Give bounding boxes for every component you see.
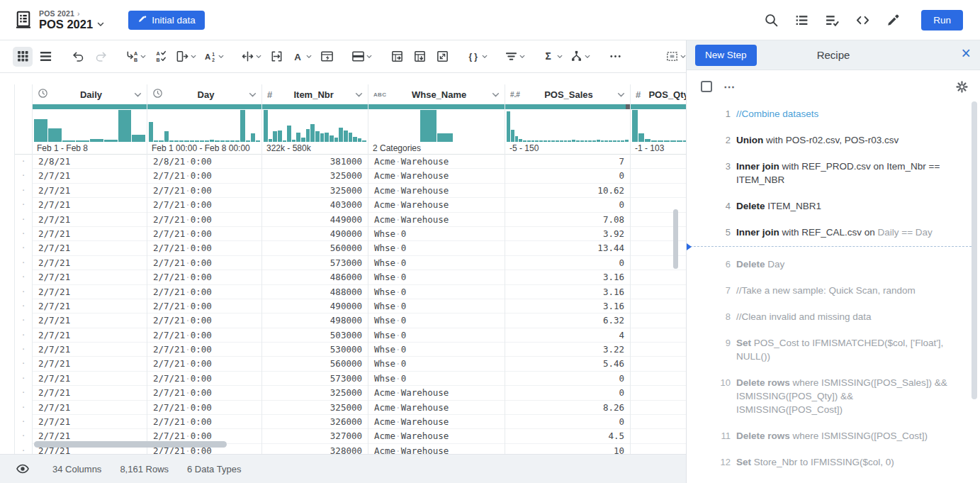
grid-cell[interactable]: 490000 bbox=[262, 227, 368, 241]
grid-cell[interactable]: 2/7/21·0:00 bbox=[147, 270, 261, 284]
grid-cell[interactable]: 2/7/21 bbox=[33, 372, 147, 386]
recipe-step-9[interactable]: 9Set POS_Cost to IFMISMATCHED($col, ['Fl… bbox=[715, 336, 955, 363]
grid-cell[interactable]: 2/7/21·0:00 bbox=[147, 372, 261, 386]
quality-bar[interactable] bbox=[147, 104, 261, 109]
toolbar-split-icon[interactable] bbox=[239, 47, 264, 67]
grid-cell[interactable]: 2/7/21 bbox=[33, 241, 147, 255]
row-handle[interactable]: · bbox=[15, 285, 32, 299]
column-header-POS_Qty[interactable]: #POS_Qty bbox=[631, 84, 686, 104]
toc-icon[interactable] bbox=[794, 12, 809, 28]
grid-cell[interactable] bbox=[631, 270, 686, 284]
grid-horizontal-scrollbar[interactable] bbox=[34, 441, 227, 448]
recipe-step-4[interactable]: 4Delete ITEM_NBR1 bbox=[715, 199, 955, 213]
histogram-Day[interactable] bbox=[147, 110, 261, 142]
grid-cell[interactable]: 3.92 bbox=[505, 227, 630, 241]
code-icon[interactable] bbox=[855, 12, 870, 28]
grid-cell[interactable]: 0 bbox=[505, 415, 630, 429]
grid-cell[interactable]: 2/7/21·0:00 bbox=[147, 415, 261, 429]
row-handle[interactable]: · bbox=[15, 415, 32, 429]
grid-cell[interactable]: 2/7/21·0:00 bbox=[147, 401, 261, 415]
grid-cell[interactable]: Acme·Warehouse bbox=[368, 198, 505, 212]
grid-cell[interactable]: 325000 bbox=[262, 401, 368, 415]
grid-cell[interactable]: 560000 bbox=[262, 357, 368, 371]
grid-cell[interactable]: 2/7/21·0:00 bbox=[147, 285, 261, 299]
grid-cell[interactable]: 560000 bbox=[262, 241, 368, 255]
grid-cell[interactable]: 2/7/21 bbox=[33, 256, 147, 270]
grid-cell[interactable]: 2/7/21·0:00 bbox=[147, 169, 261, 183]
search-icon[interactable] bbox=[763, 12, 779, 28]
recipe-step-2[interactable]: 2Union with POS-r02.csv, POS-r03.csv bbox=[715, 133, 955, 147]
grid-cell[interactable]: 0 bbox=[505, 256, 630, 270]
grid-cell[interactable]: 573000 bbox=[262, 372, 368, 386]
row-handle[interactable]: · bbox=[15, 227, 32, 241]
grid-cell[interactable]: 2/7/21 bbox=[33, 343, 147, 357]
grid-cell[interactable]: 2/7/21 bbox=[33, 227, 147, 241]
recipe-scrollbar[interactable] bbox=[971, 101, 977, 399]
row-handle[interactable]: · bbox=[15, 429, 32, 443]
chevron-down-icon[interactable] bbox=[134, 88, 142, 101]
grid-cell[interactable]: 5.46 bbox=[505, 357, 630, 371]
toolbar-join-icon[interactable] bbox=[568, 47, 592, 67]
grid-cell[interactable]: Acme·Warehouse bbox=[368, 213, 505, 227]
row-handle[interactable]: · bbox=[15, 299, 32, 313]
grid-cell[interactable]: 2/7/21 bbox=[33, 357, 147, 371]
toolbar-grid-view-icon[interactable] bbox=[13, 47, 33, 67]
grid-cell[interactable]: 2/7/21 bbox=[33, 270, 147, 284]
toolbar-format-text-icon[interactable]: A bbox=[289, 47, 314, 67]
grid-cell[interactable]: 2/7/21·0:00 bbox=[147, 299, 261, 313]
row-handle[interactable]: · bbox=[15, 213, 32, 227]
grid-cell[interactable]: 490000 bbox=[262, 299, 368, 313]
grid-cell[interactable]: Whse·0 bbox=[368, 328, 505, 343]
row-handle[interactable]: · bbox=[15, 444, 32, 454]
close-icon[interactable]: × bbox=[962, 44, 971, 63]
grid-cell[interactable]: Acme·Warehouse bbox=[368, 444, 505, 454]
grid-cell[interactable] bbox=[631, 372, 686, 386]
breadcrumb[interactable]: POS 2021› bbox=[39, 9, 104, 18]
quality-bar[interactable] bbox=[33, 104, 147, 109]
toolbar-undo-icon[interactable] bbox=[68, 47, 88, 67]
column-header-Item_Nbr[interactable]: #Item_Nbr bbox=[262, 84, 368, 104]
grid-cell[interactable]: Whse·0 bbox=[368, 313, 505, 328]
grid-cell[interactable] bbox=[631, 155, 686, 169]
row-handle[interactable]: · bbox=[15, 343, 32, 357]
grid-cell[interactable]: Acme·Warehouse bbox=[368, 169, 505, 183]
grid-cell[interactable]: 8.26 bbox=[505, 401, 630, 415]
toolbar-standardize-icon[interactable]: AB bbox=[151, 47, 171, 67]
grid-cell[interactable]: 449000 bbox=[262, 213, 368, 227]
grid-cell[interactable]: 0 bbox=[505, 198, 630, 212]
grid-vertical-scrollbar[interactable] bbox=[673, 209, 678, 269]
grid-cell[interactable]: 10 bbox=[505, 444, 630, 454]
toolbar-redo-icon[interactable] bbox=[91, 47, 111, 67]
toolbar-unpivot-icon[interactable] bbox=[387, 47, 407, 67]
toolbar-format-rows-icon[interactable] bbox=[349, 47, 374, 67]
grid-cell[interactable]: 0 bbox=[505, 372, 630, 386]
row-handle[interactable]: · bbox=[15, 256, 32, 270]
toolbar-lookup-icon[interactable]: AB bbox=[123, 47, 148, 67]
grid-cell[interactable]: 2/7/21 bbox=[33, 198, 147, 212]
row-handle[interactable]: · bbox=[15, 401, 32, 415]
grid-cell[interactable]: Whse·0 bbox=[368, 299, 505, 313]
grid-cell[interactable]: 2/7/21 bbox=[33, 401, 147, 415]
grid-cell[interactable]: 7 bbox=[505, 155, 630, 169]
toolbar-row-view-icon[interactable] bbox=[35, 47, 55, 67]
quality-bar[interactable] bbox=[631, 104, 686, 109]
grid-cell[interactable] bbox=[631, 328, 686, 343]
grid-cell[interactable]: Whse·0 bbox=[368, 372, 505, 386]
row-handle[interactable]: · bbox=[15, 270, 32, 284]
row-handle[interactable]: · bbox=[15, 386, 32, 400]
row-handle[interactable]: · bbox=[15, 184, 32, 198]
grid-cell[interactable]: 486000 bbox=[262, 270, 368, 284]
column-header-Daily[interactable]: Daily bbox=[33, 84, 147, 104]
grid-cell[interactable] bbox=[631, 429, 686, 443]
grid-cell[interactable]: 2/7/21 bbox=[33, 313, 147, 328]
initial-data-button[interactable]: Initial data bbox=[128, 11, 205, 30]
grid-cell[interactable]: 4 bbox=[505, 328, 630, 343]
grid-cell[interactable] bbox=[631, 184, 686, 198]
recipe-step-12[interactable]: 12Set Store_Nbr to IFMISSING($col, 0) bbox=[715, 455, 955, 469]
quality-bar[interactable] bbox=[15, 104, 32, 109]
grid-cell[interactable]: Acme·Warehouse bbox=[368, 386, 505, 400]
grid-cell[interactable]: Whse·0 bbox=[368, 270, 505, 284]
grid-cell[interactable]: 488000 bbox=[262, 285, 368, 299]
grid-cell[interactable]: Whse·0 bbox=[368, 256, 505, 270]
grid-cell[interactable]: 2/7/21·0:00 bbox=[147, 343, 261, 357]
